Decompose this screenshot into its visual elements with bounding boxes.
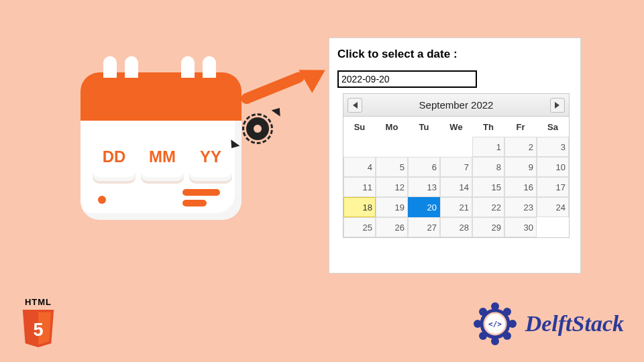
day-cell[interactable]: 8 [472,157,504,177]
day-cell[interactable]: 6 [408,157,440,177]
day-cell[interactable]: 25 [343,217,376,237]
chevron-right-icon [555,102,559,109]
calendar-dot [98,196,106,204]
calendar-ring [125,56,138,78]
day-cell[interactable]: 13 [408,177,440,197]
line [182,200,207,206]
html5-label: HTML [15,297,62,307]
calendar-illustration: DD MM YY [80,60,241,221]
day-cell[interactable]: 14 [440,177,472,197]
gear-icon [240,111,275,146]
day-cell[interactable]: 22 [472,197,504,217]
month-year-label: September 2022 [419,99,494,111]
html5-shield-icon: 5 [19,310,57,349]
empty-cell [537,217,569,237]
calendar-format-cards: DD MM YY [93,133,232,181]
prev-month-button[interactable] [347,98,362,113]
day-cell[interactable]: 29 [472,217,504,237]
dow-header: Mo [376,117,408,137]
day-cell[interactable]: 16 [504,177,537,197]
day-cell[interactable]: 21 [440,197,472,217]
html5-badge: HTML 5 [15,297,62,349]
html5-number: 5 [33,320,43,340]
delftstack-rosette-icon: </> [472,300,519,347]
arrow-icon [241,71,322,111]
day-cell[interactable]: 15 [472,177,504,197]
panel-title: Click to select a date : [337,48,572,61]
arrow-shaft [239,70,306,105]
day-cell[interactable]: 4 [343,157,376,177]
day-cell[interactable]: 3 [537,137,569,157]
day-cell[interactable]: 18 [343,197,376,217]
day-cell[interactable]: 20 [408,197,440,217]
calendar-lines [182,185,223,206]
empty-cell [343,137,376,157]
arrow-head [299,58,331,93]
chevron-left-icon [353,102,358,109]
calendar-header-bar [80,72,241,121]
day-cell[interactable]: 1 [472,137,504,157]
day-cell[interactable]: 27 [408,217,440,237]
gear-body [246,117,269,140]
day-cell[interactable]: 10 [537,157,569,177]
dow-header: Fr [504,117,537,137]
dow-header: Sa [537,117,569,137]
day-cell[interactable]: 12 [376,177,408,197]
format-card-yy: YY [189,133,232,181]
day-cell[interactable]: 11 [343,177,376,197]
dow-header: We [440,117,472,137]
datepicker-grid: SuMoTuWeThFrSa12345678910111213141516171… [343,117,569,237]
dow-header: Tu [408,117,440,137]
datepicker-widget: September 2022 SuMoTuWeThFrSa12345678910… [343,93,570,238]
day-cell[interactable]: 9 [504,157,537,177]
calendar-ring [103,56,117,78]
calendar-ring [181,56,195,78]
day-cell[interactable]: 2 [504,137,537,157]
empty-cell [376,137,408,157]
format-card-dd: DD [93,133,136,181]
dow-header: Su [343,117,376,137]
delftstack-text: DelftStack [525,311,624,337]
calendar-ring [203,56,216,78]
line [182,189,220,196]
day-cell[interactable]: 28 [440,217,472,237]
svg-text:</>: </> [488,320,502,328]
datepicker-header: September 2022 [343,94,569,117]
day-cell[interactable]: 7 [440,157,472,177]
dow-header: Th [472,117,504,137]
date-input[interactable] [337,70,477,88]
day-cell[interactable]: 26 [376,217,408,237]
empty-cell [408,137,440,157]
gear-center [254,125,262,133]
day-cell[interactable]: 30 [504,217,537,237]
day-cell[interactable]: 23 [504,197,537,217]
delftstack-logo: </> DelftStack [472,300,624,347]
empty-cell [440,137,472,157]
day-cell[interactable]: 19 [376,197,408,217]
day-cell[interactable]: 24 [537,197,569,217]
day-cell[interactable]: 17 [537,177,569,197]
format-card-mm: MM [141,133,184,181]
next-month-button[interactable] [550,98,565,113]
day-cell[interactable]: 5 [376,157,408,177]
datepicker-panel: Click to select a date : September 2022 … [329,38,581,274]
